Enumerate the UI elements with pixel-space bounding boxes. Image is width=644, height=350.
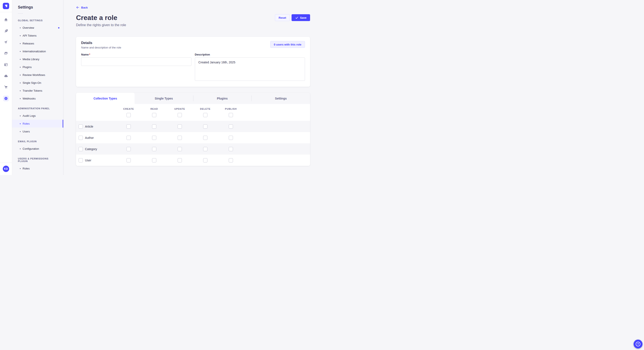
select-all-update-checkbox[interactable] [178, 113, 182, 117]
sidebar-item-roles[interactable]: Roles [12, 120, 63, 128]
category-read-checkbox[interactable] [152, 147, 156, 151]
article-delete-checkbox[interactable] [203, 124, 208, 129]
sidebar-item-webhooks[interactable]: Webhooks [12, 95, 63, 103]
save-button[interactable]: Save [292, 14, 310, 21]
author-publish-checkbox[interactable] [229, 136, 233, 140]
bullet-icon [20, 82, 21, 83]
article-create-checkbox[interactable] [126, 124, 131, 129]
sidebar-item-review-workflows[interactable]: Review Workflows [12, 71, 63, 79]
user-delete-checkbox[interactable] [203, 158, 208, 163]
sidebar-item-label: API Tokens [22, 34, 37, 37]
page-title: Create a role [76, 14, 126, 21]
sidebar-item-internationalization[interactable]: Internationalization [12, 47, 63, 55]
user-avatar[interactable]: KD [3, 166, 9, 172]
sidebar-item-configuration[interactable]: Configuration [12, 145, 63, 153]
sidebar-title: Settings [18, 5, 58, 9]
description-textarea[interactable] [195, 57, 305, 81]
category-row-checkbox[interactable] [78, 147, 83, 151]
category-create-checkbox[interactable] [126, 147, 131, 151]
sidebar-item-label: Media Library [22, 58, 40, 61]
author-read-checkbox[interactable] [152, 136, 156, 140]
permissions-table: CreateReadUpdateDeletePublish ArticleAut… [76, 104, 310, 166]
sidebar-divider [18, 13, 23, 14]
permissions-row-author: Author [76, 132, 310, 143]
sidebar-item-label: Releases [22, 42, 34, 45]
column-header-update: Update [174, 108, 185, 110]
sidebar-item-label: Single Sign-On [22, 81, 41, 84]
sidebar-item-overview[interactable]: Overview [12, 24, 63, 32]
category-publish-checkbox[interactable] [229, 147, 233, 151]
article-read-checkbox[interactable] [152, 124, 156, 129]
sidebar-item-api-tokens[interactable]: API Tokens [12, 32, 63, 39]
sidebar-section-global-settings: GLOBAL SETTINGS [12, 14, 63, 24]
tab-settings[interactable]: Settings [252, 93, 310, 104]
sidebar-item-plugins[interactable]: Plugins [12, 63, 63, 71]
user-create-checkbox[interactable] [126, 158, 131, 163]
reset-button[interactable]: Reset [275, 14, 290, 21]
sidebar-item-label: Audit Logs [22, 114, 36, 117]
back-link[interactable]: Back [76, 6, 88, 9]
tab-collection-types[interactable]: Collection Types [76, 93, 134, 104]
row-label: Category [85, 147, 97, 151]
article-publish-checkbox[interactable] [229, 124, 233, 129]
author-update-checkbox[interactable] [178, 136, 182, 140]
name-label: Name* [81, 53, 192, 56]
bullet-icon [20, 123, 21, 124]
bullet-icon [20, 43, 21, 44]
article-row-checkbox[interactable] [78, 124, 83, 129]
layout-icon[interactable] [3, 62, 9, 68]
tab-single-types[interactable]: Single Types [134, 93, 193, 104]
strapi-logo[interactable] [3, 3, 9, 9]
user-read-checkbox[interactable] [152, 158, 156, 163]
sidebar-item-label: Users [22, 130, 30, 133]
column-header-read: Read [150, 108, 158, 110]
select-all-create-checkbox[interactable] [126, 113, 131, 117]
bullet-icon [20, 67, 21, 68]
permissions-row-category: Category [76, 143, 310, 155]
sidebar-item-audit-logs[interactable]: Audit Logs [12, 112, 63, 120]
rail-profile-area: KD [0, 163, 12, 175]
sidebar-item-transfer-tokens[interactable]: Transfer Tokens [12, 87, 63, 95]
row-label: Article [85, 125, 93, 128]
sidebar-item-releases[interactable]: Releases [12, 39, 63, 47]
bullet-icon [20, 35, 21, 36]
settings-nav: GLOBAL SETTINGSOverviewAPI TokensRelease… [12, 14, 63, 175]
column-header-create: Create [123, 108, 134, 110]
bullet-icon [20, 131, 21, 132]
user-publish-checkbox[interactable] [229, 158, 233, 163]
users-with-role-button[interactable]: 0 users with this role [270, 41, 305, 48]
select-all-read-checkbox[interactable] [152, 113, 156, 117]
sidebar-item-single-sign-on[interactable]: Single Sign-On [12, 79, 63, 87]
sidebar-item-media-library[interactable]: Media Library [12, 55, 63, 63]
name-input[interactable] [81, 57, 192, 66]
media-pictures-icon[interactable] [3, 50, 9, 56]
back-arrow-icon [76, 6, 80, 9]
sidebar-item-roles[interactable]: Roles [12, 165, 63, 173]
tab-plugins[interactable]: Plugins [193, 93, 252, 104]
feather-icon[interactable] [3, 28, 9, 34]
sidebar-item-users[interactable]: Users [12, 128, 63, 136]
user-row-checkbox[interactable] [78, 158, 83, 163]
author-row-checkbox[interactable] [78, 136, 83, 140]
category-delete-checkbox[interactable] [203, 147, 208, 151]
select-all-delete-checkbox[interactable] [203, 113, 208, 117]
app-window: KD Settings GLOBAL SETTINGSOverviewAPI T… [0, 0, 322, 175]
author-create-checkbox[interactable] [126, 136, 131, 140]
user-update-checkbox[interactable] [178, 158, 182, 163]
home-icon[interactable] [3, 16, 9, 22]
cloud-icon[interactable] [3, 73, 9, 79]
sidebar-item-providers[interactable]: Providers [12, 173, 63, 175]
select-all-publish-checkbox[interactable] [229, 113, 233, 117]
author-delete-checkbox[interactable] [203, 136, 208, 140]
bullet-icon [20, 59, 21, 60]
article-update-checkbox[interactable] [178, 124, 182, 129]
sidebar-item-label: Roles [22, 122, 30, 125]
column-header-delete: Delete [200, 108, 210, 110]
gear-icon[interactable] [3, 95, 9, 101]
category-update-checkbox[interactable] [178, 147, 182, 151]
permissions-row-article: Article [76, 121, 310, 132]
required-asterisk: * [89, 53, 90, 56]
cart-icon[interactable] [3, 84, 9, 90]
paper-plane-icon[interactable] [3, 39, 9, 45]
permissions-rows: ArticleAuthorCategoryUser [76, 121, 310, 166]
